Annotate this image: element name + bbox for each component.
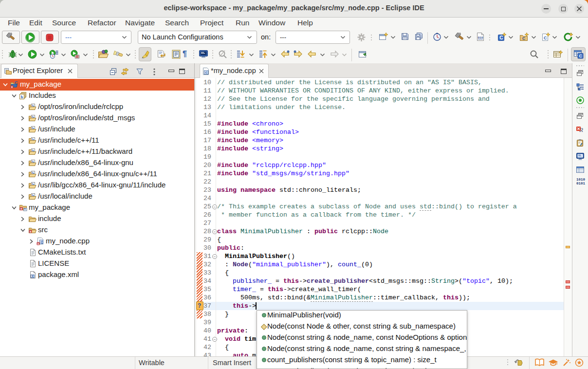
svg-text:C: C <box>579 54 583 58</box>
